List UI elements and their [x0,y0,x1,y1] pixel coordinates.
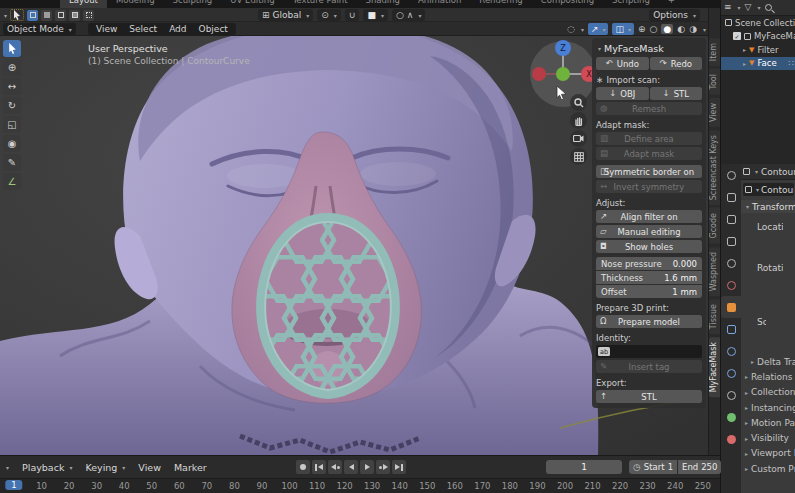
object-name-field[interactable]: ▾ ContourCurve [743,183,794,196]
properties-tab-constraints-icon[interactable] [721,384,741,406]
workspace-tab-rendering[interactable]: Rendering [470,0,531,8]
properties-section-collections[interactable]: ▸Collections [741,385,795,400]
current-frame-field[interactable]: 1 [546,460,622,474]
workspace-tab-animation[interactable]: Animation [409,0,470,8]
transform-orientation-dropdown[interactable]: ⊞ Global ▾ [258,9,313,21]
transform-panel-header[interactable]: ▾ Transform [741,200,795,213]
thickness-field[interactable]: Thickness1.6 mm [596,271,702,284]
outliner-row-face[interactable]: ▸ ▼ Face ∷ [721,57,795,71]
export-stl-button[interactable]: ↑STL [596,390,702,403]
timeline-menu-marker[interactable]: Marker [174,462,207,473]
outliner-row-collection[interactable]: ✓ MyFaceMask [721,30,795,44]
panel-header[interactable]: ▾ MyFaceMask [596,41,702,55]
import-obj-button[interactable]: ↓OBJ [596,87,649,100]
workspace-tab-texture-paint[interactable]: Texture Paint [284,0,357,8]
snap-target-dropdown[interactable]: ■ ▾ [363,9,388,21]
identity-input[interactable]: ab [596,345,702,358]
define-area-button[interactable]: ▥Define area [596,132,702,145]
timeline-ruler[interactable]: 1102030405060708090100110120130140150160… [0,478,720,493]
menu-add[interactable]: Add [169,24,186,34]
end-frame-field[interactable]: End 250 [678,460,721,474]
shading-rendered-icon[interactable]: ◑ [689,24,697,34]
workspace-tab-layout[interactable]: Layout [60,0,107,8]
measure-tool[interactable]: ∠ [3,173,21,190]
insert-tag-button[interactable]: ✎Insert tag [596,360,702,373]
add-workspace-button[interactable]: + [659,0,684,8]
prev-keyframe-button[interactable] [328,460,342,474]
menu-view[interactable]: View [96,24,117,34]
properties-section-delta-transform[interactable]: ▸Delta Transform [741,354,795,369]
play-reverse-button[interactable] [344,460,358,474]
viewport-3d[interactable]: User Perspective (1) Scene Collection | … [0,36,708,455]
properties-section-instancing[interactable]: ▸Instancing [741,400,795,415]
select-mode-extend-button[interactable] [41,10,52,21]
search-icon[interactable] [765,4,772,11]
select-box-tool[interactable] [3,40,21,57]
select-mode-intersect-button[interactable] [83,10,94,21]
remesh-button[interactable]: ◍Remesh [596,102,702,115]
scale-tool[interactable]: ◱ [3,116,21,133]
transform-tool[interactable]: ◉ [3,135,21,152]
mode-dropdown[interactable]: Object Mode ▾ [3,23,76,35]
menu-select[interactable]: Select [129,24,157,34]
gizmos-toggle[interactable]: ↗ ▾ [588,23,609,35]
properties-tab-scene-icon[interactable] [721,252,741,274]
visibility-dropdown[interactable]: ▾ [581,26,584,33]
start-frame-field[interactable]: ◷ Start 1 [629,460,677,474]
jump-to-end-button[interactable] [392,460,406,474]
workspace-tab-sculpting[interactable]: Sculpting [164,0,222,8]
rotate-tool[interactable]: ↻ [3,97,21,114]
timeline-menu-playback[interactable]: Playback▾ [22,462,72,473]
expander-icon[interactable]: ▸ [743,46,746,53]
filter-icon[interactable]: ▽ [745,3,752,12]
redo-button[interactable]: ↷Redo [650,57,703,70]
zoom-button[interactable] [570,94,587,111]
editor-type-dropdown[interactable]: ▾ [4,12,7,19]
workspace-tab-shading[interactable]: Shading [356,0,409,8]
select-mode-new-button[interactable] [27,10,38,21]
camera-view-button[interactable] [570,130,587,147]
outliner-row-scene-collection[interactable]: Scene Collection [721,16,795,30]
checkbox-icon[interactable]: ✓ [733,32,741,40]
workspace-tab-scripting[interactable]: Scripting [603,0,659,8]
next-keyframe-button[interactable] [376,460,390,474]
properties-tab-physics-icon[interactable] [721,362,741,384]
timeline-menu-keying[interactable]: Keying▾ [85,462,125,473]
workspace-tab-compositing[interactable]: Compositing [532,0,603,8]
timeline-menu-view[interactable]: View [138,462,161,473]
properties-tab-modifiers-icon[interactable] [721,318,741,340]
properties-section-viewport-display[interactable]: ▸Viewport Display [741,446,795,461]
properties-tab-output-icon[interactable] [721,208,741,230]
snap-toggle[interactable]: ∪ [345,9,360,21]
play-button[interactable] [360,460,374,474]
shading-material-icon[interactable]: ◐ [677,24,685,34]
properties-tab-view-layer-icon[interactable] [721,230,741,252]
import-stl-button[interactable]: ↓STL [650,87,703,100]
editor-type-dropdown[interactable]: ▾ [755,168,758,175]
properties-tab-particles-icon[interactable] [721,340,741,362]
properties-tab-material-icon[interactable] [721,428,741,450]
select-mode-invert-button[interactable] [69,10,80,21]
properties-tab-world-icon[interactable] [721,274,741,296]
ortho-grid-button[interactable] [570,148,587,165]
invert-symmetry-button[interactable]: ↔Invert symmetry [596,180,702,193]
proportional-editing-dropdown[interactable]: ○ ∧ ▾ [392,9,425,21]
properties-tab-object-data-icon[interactable] [721,406,741,428]
visibility-icon[interactable]: ◌ [567,25,575,34]
cursor-tool[interactable]: ⊕ [3,59,21,76]
move-tool[interactable]: ↔ [3,78,21,95]
display-mode-icon[interactable]: ≡ [724,3,732,12]
properties-section-custom-properties[interactable]: ▸Custom Properties [741,461,795,476]
prepare-model-button[interactable]: ΩPrepare model [596,315,702,328]
timeline-editor-dropdown[interactable]: ▾ [6,464,9,471]
overlays-toggle[interactable]: ◫ ▾ [612,23,634,35]
options-dropdown[interactable]: Options ▾ [649,9,700,21]
shading-solid-icon[interactable]: ● [661,24,673,34]
show-holes-button[interactable]: ◘Show holes [596,240,702,253]
properties-tab-tool-icon[interactable] [721,164,741,186]
pan-hand-button[interactable] [570,112,587,129]
properties-section-motion-paths[interactable]: ▸Motion Paths [741,415,795,430]
workspace-tab-uv-editing[interactable]: UV Editing [221,0,283,8]
shading-dropdown[interactable]: ▾ [703,26,706,33]
record-button[interactable] [296,460,310,474]
